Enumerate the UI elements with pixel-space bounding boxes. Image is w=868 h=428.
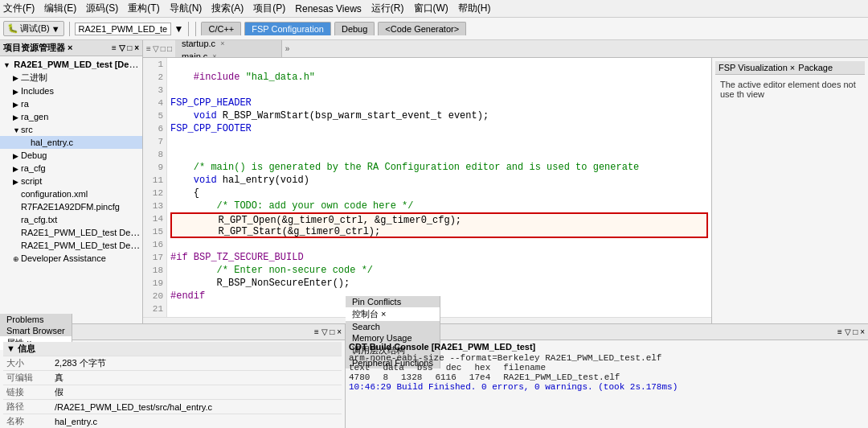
tree-item[interactable]: ▶Includes <box>0 84 142 97</box>
menu-file[interactable]: 文件(F) <box>3 2 35 15</box>
panel-icons: ≡ ▽ □ × <box>311 327 345 336</box>
console-title: CDT Build Console [RA2E1_PWM_LED_test] <box>349 342 865 352</box>
right-panel: FSP Visualization × Package The active e… <box>711 58 868 323</box>
project-selector[interactable] <box>75 23 171 35</box>
menu-navigate[interactable]: 导航(N) <box>170 2 203 15</box>
toolbar-separator <box>69 22 70 36</box>
bottom-left-tab[interactable]: Smart Browser <box>0 325 72 336</box>
menu-bar: 文件(F) 编辑(E) 源码(S) 重构(T) 导航(N) 搜索(A) 项目(P… <box>0 0 868 18</box>
prop-value: /RA2E1_PWM_LED_test/src/hal_entry.c <box>51 400 342 414</box>
bottom-left-tabs: ProblemsSmart Browser属性 × ≡ ▽ □ × <box>0 324 345 340</box>
code-line: FSP_CPP_HEADER <box>170 97 708 109</box>
tree-item[interactable]: ▶ra <box>0 97 142 110</box>
tree-item[interactable]: ▶二进制 <box>0 71 142 84</box>
console-content: CDT Build Console [RA2E1_PWM_LED_test] a… <box>346 340 868 428</box>
dropdown-icon-2: ▼ <box>174 23 184 35</box>
tab-cpp[interactable]: C/C++ <box>201 22 241 35</box>
menu-refactor[interactable]: 重构(T) <box>128 2 159 15</box>
menu-help[interactable]: 帮助(H) <box>458 2 491 15</box>
console-panel-icons: ≡ ▽ □ × <box>834 327 868 336</box>
tree-arrow: ⊕ <box>13 255 21 263</box>
tree-item[interactable]: ▶ra_gen <box>0 110 142 123</box>
prop-key: 名称 <box>3 414 51 429</box>
properties-content: ▼ 信息 大小2,283 个字节可编辑真链接假路径/RA2E1_PWM_LED_… <box>0 340 345 428</box>
tree-arrow: ▶ <box>13 113 21 121</box>
tree-item[interactable]: configuration.xml <box>0 187 142 200</box>
right-panel-header: FSP Visualization × Package <box>715 61 865 75</box>
right-panel-message: The active editor element does not use t… <box>720 80 856 99</box>
code-line: R_GPT_Open(&g_timer0_ctrl, &g_timer0_cfg… <box>170 212 708 225</box>
tree-item[interactable]: ra_cfg.txt <box>0 213 142 226</box>
code-line <box>170 84 708 97</box>
code-line: R_BSP_NonSecureEnter(); <box>170 277 708 290</box>
prop-key: 大小 <box>3 356 51 371</box>
bottom-right-tab[interactable]: 控制台 × <box>346 307 440 321</box>
tree-item[interactable]: ▶ra_cfg <box>0 162 142 175</box>
tree-root-label: RA2E1_PWM_LED_test [Debug] <box>14 59 142 70</box>
tree-item[interactable]: RA2E1_PWM_LED_test Debug_Flat.launch <box>0 239 142 252</box>
properties-table: ▼ 信息 大小2,283 个字节可编辑真链接假路径/RA2E1_PWM_LED_… <box>3 342 342 428</box>
bottom-right-tab[interactable]: Pin Conflicts <box>346 296 440 307</box>
code-line: #include "hal_data.h" <box>170 71 708 84</box>
close-tab-icon[interactable]: × <box>220 40 224 47</box>
code-line <box>170 135 708 148</box>
property-row: 链接假 <box>3 385 342 400</box>
project-explorer: 项目资源管理器 × ≡ ▽ □ × ▼ RA2E1_PWM_LED_test [… <box>0 40 143 323</box>
tree-item[interactable]: ▼src <box>0 123 142 136</box>
package-tab[interactable]: Package <box>798 63 833 72</box>
tab-codegen[interactable]: <Code Generator> <box>378 22 466 35</box>
tree-item[interactable]: ▶script <box>0 175 142 187</box>
tree-item[interactable]: ▶Debug <box>0 149 142 162</box>
properties-panel: ProblemsSmart Browser属性 × ≡ ▽ □ × ▼ 信息 大… <box>0 324 346 428</box>
code-line <box>170 238 708 251</box>
prop-value: hal_entry.c <box>51 414 342 429</box>
close-tab-icon[interactable]: × <box>212 52 216 59</box>
property-row: 路径/RA2E1_PWM_LED_test/src/hal_entry.c <box>3 400 342 414</box>
tree-item[interactable]: RA2E1_PWM_LED_test Debug_Flat.jlink <box>0 226 142 239</box>
tree-item[interactable]: hal_entry.c <box>0 136 142 149</box>
bottom-section: ProblemsSmart Browser属性 × ≡ ▽ □ × ▼ 信息 大… <box>0 323 868 428</box>
console-line: 10:46:29 Build Finished. 0 errors, 0 war… <box>349 382 865 392</box>
menu-window[interactable]: 窗口(W) <box>414 2 448 15</box>
property-row: 可编辑真 <box>3 371 342 385</box>
menu-renesas[interactable]: Renesas Views <box>295 3 362 14</box>
menu-edit[interactable]: 编辑(E) <box>44 2 76 15</box>
code-line: #if BSP_TZ_SECURE_BUILD <box>170 251 708 264</box>
menu-project[interactable]: 项目(P) <box>253 2 285 15</box>
bottom-left-tab[interactable]: Problems <box>0 314 72 325</box>
editor-tab-bar: ≡ ▽ □ □ RA2E1_PWM_LED...×hal_entry.c×sta… <box>143 40 868 58</box>
sidebar-icons: ≡ ▽ □ × <box>112 43 139 52</box>
editor-tab[interactable]: startup.c× <box>175 40 282 50</box>
menu-run[interactable]: 运行(R) <box>371 2 404 15</box>
property-row: 名称hal_entry.c <box>3 414 342 429</box>
code-editor: 1234567891112131415161718192021222324293… <box>143 58 711 323</box>
tree-item[interactable]: ⊕Developer Assistance <box>0 252 142 265</box>
tab-debug[interactable]: Debug <box>334 22 375 35</box>
tree-container: ▶二进制▶Includes▶ra▶ra_gen▼srchal_entry.c▶D… <box>0 71 142 265</box>
code-line: void hal_entry(void) <box>170 174 708 187</box>
prop-value: 2,283 个字节 <box>51 356 342 371</box>
editor-tab[interactable]: main.c× <box>175 50 282 59</box>
prop-key: 路径 <box>3 400 51 414</box>
menu-source[interactable]: 源码(S) <box>86 2 118 15</box>
debug-button[interactable]: 🐛 调试(B) ▼ <box>3 21 64 36</box>
toolbar-separator-3 <box>195 22 196 36</box>
code-line: { <box>170 187 708 200</box>
tab-fsp[interactable]: FSP Configuration <box>244 22 331 35</box>
sidebar-title: 项目资源管理器 × <box>3 42 72 54</box>
property-row: 大小2,283 个字节 <box>3 356 342 371</box>
prop-value: 假 <box>51 385 342 400</box>
tree-root[interactable]: ▼ RA2E1_PWM_LED_test [Debug] <box>0 58 142 71</box>
fsp-viz-tab[interactable]: FSP Visualization × <box>719 63 795 72</box>
tree-item[interactable]: R7FA2E1A92DFM.pincfg <box>0 200 142 213</box>
code-content[interactable]: #include "hal_data.h" FSP_CPP_HEADER voi… <box>167 58 711 317</box>
prop-key: 可编辑 <box>3 371 51 385</box>
tree-arrow: ▶ <box>13 152 21 160</box>
menu-search[interactable]: 搜索(A) <box>211 2 244 15</box>
bottom-right-tab[interactable]: Search <box>346 321 440 332</box>
dropdown-icon: ▼ <box>51 24 60 34</box>
toolbar-separator-2 <box>188 22 189 36</box>
tree-arrow: ▼ <box>13 126 21 134</box>
tree-arrow: ▶ <box>13 74 21 82</box>
code-line: R_GPT_Start(&g_timer0_ctrl); <box>170 225 708 238</box>
